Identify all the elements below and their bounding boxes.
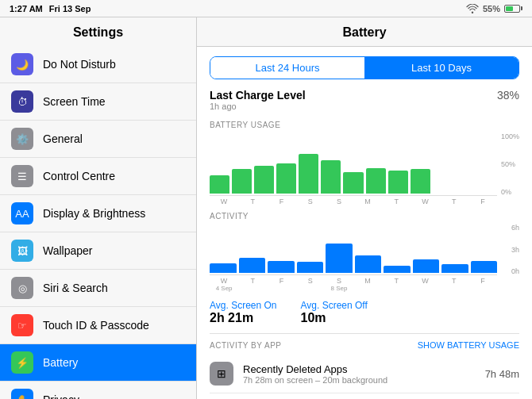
sidebar-item-do-not-disturb[interactable]: 🌙Do Not Disturb: [0, 46, 196, 83]
app-row-1[interactable]: ◎Safari6h 7m on screen6h 7m: [210, 393, 519, 399]
battery-date-label: T: [440, 198, 468, 205]
battery-bar-0: [210, 175, 229, 194]
battery-bar-3: [276, 163, 296, 194]
app-info-0: Recently Deleted Apps7h 28m on screen – …: [243, 363, 485, 385]
battery-label: Battery: [43, 356, 78, 369]
sidebar-title: Settings: [0, 17, 196, 46]
time-toggle[interactable]: Last 24 Hours Last 10 Days: [210, 56, 519, 79]
privacy-icon: ✋: [11, 389, 33, 399]
show-battery-usage-btn[interactable]: SHOW BATTERY USAGE: [418, 340, 519, 350]
avg-screen-off-label: Avg. Screen Off: [301, 300, 368, 311]
activity-bar-2: [268, 261, 295, 274]
activity-date-label: S: [296, 277, 325, 292]
battery-usage-label: BATTERY USAGE: [210, 121, 519, 129]
general-icon: ⚙️: [11, 128, 33, 150]
battery-date-label: W: [411, 198, 439, 205]
sidebar-item-display-brightness[interactable]: AADisplay & Brightness: [0, 195, 196, 232]
battery-date-label: F: [468, 198, 497, 205]
battery-date-label: S: [325, 198, 353, 205]
display-brightness-icon: AA: [11, 202, 33, 224]
do-not-disturb-label: Do Not Disturb: [43, 58, 116, 71]
status-date: Fri 13 Sep: [49, 4, 91, 13]
touch-id-label: Touch ID & Passcode: [43, 319, 149, 332]
activity-date-label: T: [440, 277, 468, 292]
battery-icon: ⚡: [11, 351, 33, 374]
battery-y-axis: 100% 50% 0%: [501, 132, 519, 196]
last-charge-sub: 1h ago: [210, 102, 306, 111]
activity-chart: 6h 3h 0h W4 SepTFSS8 SepMTWTF: [210, 224, 519, 292]
activity-date-label: T: [382, 277, 411, 292]
battery-bar-2: [254, 166, 274, 194]
toggle-10d[interactable]: Last 10 Days: [364, 57, 519, 79]
battery-date-label: T: [382, 198, 411, 205]
battery-date-label: T: [238, 198, 267, 205]
avg-screen-off-value: 10m: [301, 311, 368, 325]
battery-content-panel: Battery Last 24 Hours Last 10 Days Last …: [197, 17, 532, 399]
battery-percentage: 55%: [483, 4, 500, 13]
status-time: 1:27 AM: [10, 4, 43, 13]
general-label: General: [43, 132, 83, 145]
battery-usage-chart: 100% 50% 0% WTFSSMTWTF: [210, 132, 519, 205]
content-title: Battery: [197, 17, 532, 47]
sidebar-item-general[interactable]: ⚙️General: [0, 121, 196, 158]
privacy-label: Privacy: [43, 393, 79, 399]
battery-bar-6: [343, 172, 363, 194]
activity-bar-1: [239, 258, 266, 273]
sidebar: Settings 🌙Do Not Disturb⏱Screen Time⚙️Ge…: [0, 17, 197, 399]
sidebar-item-control-centre[interactable]: ☰Control Centre: [0, 158, 196, 195]
app-name-0: Recently Deleted Apps: [243, 363, 485, 375]
activity-bar-4: [326, 244, 353, 273]
activity-date-label: M: [353, 277, 382, 292]
activity-bar-3: [297, 262, 324, 273]
last-charge-value: 38%: [497, 89, 519, 102]
sidebar-item-privacy[interactable]: ✋Privacy: [0, 382, 196, 399]
do-not-disturb-icon: 🌙: [11, 53, 33, 75]
activity-date-label: W4 Sep: [210, 277, 238, 292]
touch-id-icon: ☞: [11, 314, 33, 336]
siri-search-icon: ◎: [11, 277, 33, 299]
activity-date-label: F: [267, 277, 295, 292]
wallpaper-icon: 🖼: [11, 240, 33, 262]
battery-bar-9: [411, 169, 430, 194]
battery-date-label: M: [353, 198, 382, 205]
activity-bar-8: [441, 264, 468, 273]
control-centre-label: Control Centre: [43, 170, 115, 182]
battery-bar-7: [366, 168, 386, 194]
sidebar-item-touch-id[interactable]: ☞Touch ID & Passcode: [0, 307, 196, 344]
divider: [210, 333, 519, 334]
wallpaper-label: Wallpaper: [43, 244, 93, 257]
app-icon-0: ⊞: [210, 362, 233, 386]
app-row-0[interactable]: ⊞Recently Deleted Apps7h 28m on screen –…: [210, 355, 519, 393]
app-sub-0: 7h 28m on screen – 20m background: [243, 375, 485, 385]
activity-date-label: S8 Sep: [325, 277, 353, 292]
sidebar-item-screen-time[interactable]: ⏱Screen Time: [0, 83, 196, 121]
activity-bar-6: [384, 266, 411, 273]
siri-search-label: Siri & Search: [43, 282, 108, 294]
activity-date-label: F: [468, 277, 497, 292]
battery-date-label: S: [296, 198, 325, 205]
activity-bar-9: [471, 261, 498, 274]
avg-screen-on-label: Avg. Screen On: [210, 300, 277, 311]
last-charge-label: Last Charge Level: [210, 89, 306, 102]
screen-time-icon: ⏱: [11, 90, 33, 113]
activity-bar-0: [210, 263, 237, 273]
activity-bar-7: [413, 259, 440, 273]
display-brightness-label: Display & Brightness: [43, 207, 145, 220]
activity-by-app-header: ACTIVITY BY APP SHOW BATTERY USAGE: [210, 340, 519, 350]
sidebar-item-wallpaper[interactable]: 🖼Wallpaper: [0, 232, 196, 270]
status-bar: 1:27 AM Fri 13 Sep 55%: [0, 0, 532, 17]
battery-bar-8: [388, 171, 408, 194]
screen-time-label: Screen Time: [43, 95, 106, 108]
activity-date-label: W: [411, 277, 439, 292]
activity-y-axis: 6h 3h 0h: [511, 224, 519, 275]
sidebar-item-battery[interactable]: ⚡Battery: [0, 344, 196, 382]
control-centre-icon: ☰: [11, 165, 33, 187]
activity-label: ACTIVITY: [210, 212, 519, 221]
battery-icon: [504, 5, 522, 13]
battery-bar-1: [232, 169, 252, 194]
battery-date-label: W: [210, 198, 238, 205]
activity-bar-5: [355, 255, 382, 273]
last-charge-row: Last Charge Level 1h ago 38%: [210, 89, 519, 111]
toggle-24h[interactable]: Last 24 Hours: [210, 57, 364, 79]
sidebar-item-siri-search[interactable]: ◎Siri & Search: [0, 270, 196, 307]
